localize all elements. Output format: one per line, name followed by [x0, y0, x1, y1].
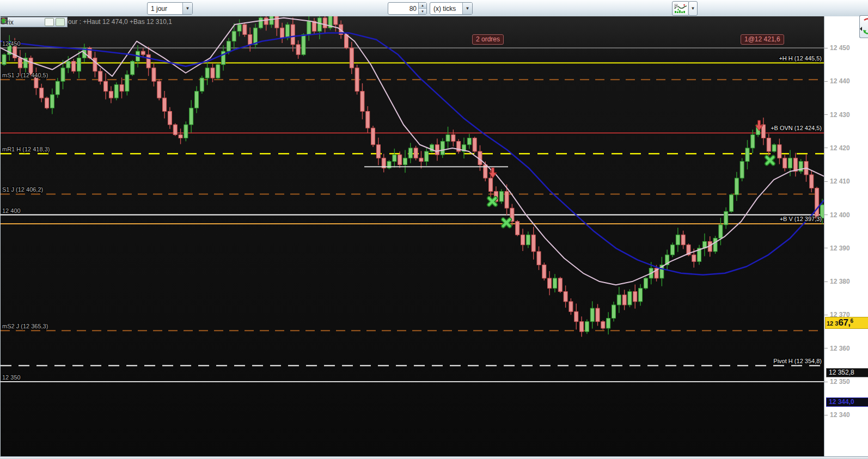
axis-tick: 12 420: [824, 144, 868, 152]
axis-tick: 12 390: [824, 244, 868, 253]
axis-tick: 12 440: [824, 77, 868, 85]
tick-unit-select[interactable]: (x) ticks ▼: [430, 2, 473, 15]
svg-text:+H H (12 445,5): +H H (12 445,5): [779, 55, 822, 62]
axis-tick: 12 450: [824, 44, 868, 52]
spin-down-icon[interactable]: ▼: [419, 9, 426, 14]
price-chart-area[interactable]: 12 450+H H (12 445,5)mS1 J (12 440,5)+B …: [0, 16, 824, 456]
axis-tick: 12 340: [824, 411, 868, 419]
axis-tick: 12 410: [824, 177, 868, 186]
svg-text:S1 J (12 406,2): S1 J (12 406,2): [2, 186, 43, 193]
svg-text:12 350: 12 350: [2, 374, 21, 381]
price-panel-titlebar: Prix: [1, 17, 68, 27]
sell-order-badge[interactable]: 1@12 421,6: [741, 34, 784, 45]
axis-tick: 12 430: [824, 111, 868, 119]
tick-count-value: 80: [388, 5, 418, 13]
period-select-value: 1 jour: [148, 5, 182, 13]
top-toolbar: 1 jour ▼ 80 ▲ ▼ (x) ticks ▼: [0, 0, 868, 17]
svg-text:+B OVN (12 424,5): +B OVN (12 424,5): [771, 125, 822, 131]
chevron-down-icon: ▼: [691, 6, 695, 11]
chart-type-icon: [674, 4, 687, 14]
svg-text:Pivot H (12 354,8): Pivot H (12 354,8): [773, 358, 822, 364]
axis-tick: 12 360: [824, 344, 868, 353]
order-price-label: 12 352,8: [826, 368, 868, 377]
stop-price-label: 12 344,0: [826, 397, 868, 407]
chart-style-button[interactable]: [672, 1, 689, 16]
settings-wrench-icon[interactable]: [15, 19, 23, 26]
chevron-down-icon[interactable]: ▼: [462, 3, 472, 14]
chart-canvas[interactable]: 12 450+H H (12 445,5)mS1 J (12 440,5)+B …: [1, 16, 824, 456]
side-panel-toggle[interactable]: [859, 15, 868, 38]
axis-tick: 12 350: [824, 377, 868, 386]
svg-text:mS1 J (12 440,5): mS1 J (12 440,5): [2, 72, 48, 78]
spin-up-icon[interactable]: ▲: [419, 3, 426, 9]
svg-text:12 450: 12 450: [2, 40, 21, 47]
sell-arrow-button[interactable]: [45, 18, 54, 26]
transfer-arrows-icon: [860, 16, 868, 36]
last-price-label: 12 367,6: [825, 317, 868, 329]
chart-style-dropdown-button[interactable]: ▼: [688, 1, 698, 16]
axis-tick: 12 400: [824, 211, 868, 219]
buy-arrow-button[interactable]: [56, 18, 65, 26]
svg-text:mR1 H (12 418,3): mR1 H (12 418,3): [2, 146, 50, 152]
svg-text:mS2 J (12 365,3): mS2 J (12 365,3): [2, 323, 48, 329]
orders-count-badge[interactable]: 2 ordres: [472, 34, 504, 45]
window-bottom-edge: [0, 456, 868, 459]
tick-unit-value: (x) ticks: [430, 5, 462, 13]
svg-text:+B V (12 397,3): +B V (12 397,3): [780, 216, 822, 222]
tick-count-stepper[interactable]: 80 ▲ ▼: [388, 2, 427, 15]
svg-text:12 400: 12 400: [2, 207, 21, 214]
trading-app-window: 1 jour ▼ 80 ▲ ▼ (x) ticks ▼: [0, 0, 868, 459]
detach-window-icon[interactable]: [25, 19, 33, 26]
axis-tick: 12 380: [824, 277, 868, 286]
period-select[interactable]: 1 jour ▼: [147, 2, 193, 15]
chevron-down-icon[interactable]: ▼: [182, 3, 192, 14]
daily-high-low-summary: Jour : +Haut 12 474,0 +Bas 12 310,1: [65, 18, 172, 26]
close-icon[interactable]: [35, 19, 43, 26]
price-axis[interactable]: 12 367,6 12 352,8 12 344,0 12 45012 4401…: [824, 16, 868, 459]
